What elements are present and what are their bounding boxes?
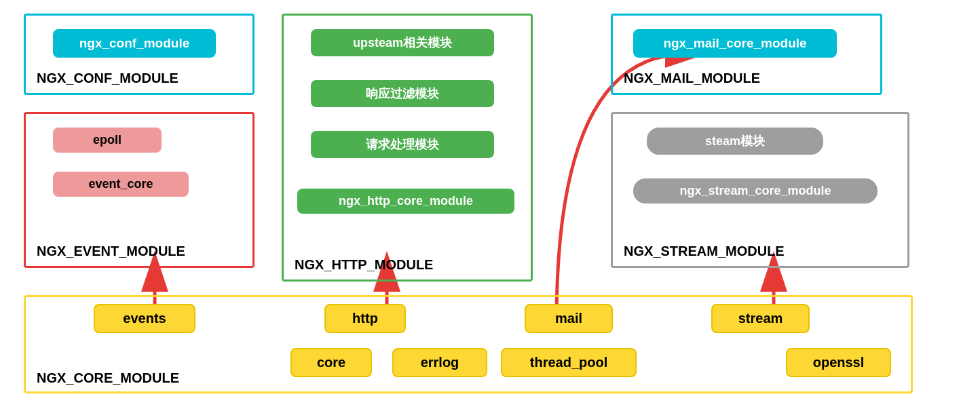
diagram-container: ngx_conf_module NGX_CONF_MODULE epoll ev… xyxy=(0,0,980,405)
errlog-component: errlog xyxy=(392,348,487,377)
request-component: 请求处理模块 xyxy=(311,131,494,158)
stream-core-component: ngx_stream_core_module xyxy=(633,178,878,204)
core-component: core xyxy=(290,348,372,377)
mail-module-label: NGX_MAIL_MODULE xyxy=(624,71,760,86)
core-module-box: events http core errlog mail thread_pool… xyxy=(24,295,913,393)
mail-core-component: ngx_mail_core_module xyxy=(633,29,837,58)
openssl-component: openssl xyxy=(786,348,891,377)
http-component: http xyxy=(324,304,406,333)
mail-component: mail xyxy=(525,304,613,333)
event-core-component: event_core xyxy=(53,172,189,197)
conf-module-label: NGX_CONF_MODULE xyxy=(37,71,178,86)
stream-module-box: steam模块 ngx_stream_core_module NGX_STREA… xyxy=(611,112,909,268)
conf-component: ngx_conf_module xyxy=(53,29,216,58)
events-component: events xyxy=(94,304,195,333)
steam-component: steam模块 xyxy=(647,128,823,155)
epoll-component: epoll xyxy=(53,128,162,153)
stream-module-label: NGX_STREAM_MODULE xyxy=(624,244,785,259)
upstream-component: upsteam相关模块 xyxy=(311,29,494,56)
http-module-box: upsteam相关模块 响应过滤模块 请求处理模块 ngx_http_core_… xyxy=(282,14,533,282)
stream-component: stream xyxy=(711,304,810,333)
http-core-component: ngx_http_core_module xyxy=(297,189,514,214)
conf-module-box: ngx_conf_module NGX_CONF_MODULE xyxy=(24,14,255,95)
http-module-label: NGX_HTTP_MODULE xyxy=(295,257,433,273)
core-module-label: NGX_CORE_MODULE xyxy=(37,370,179,386)
mail-module-box: ngx_mail_core_module NGX_MAIL_MODULE xyxy=(611,14,882,95)
event-module-label: NGX_EVENT_MODULE xyxy=(37,244,185,259)
event-module-box: epoll event_core NGX_EVENT_MODULE xyxy=(24,112,255,268)
filter-component: 响应过滤模块 xyxy=(311,80,494,107)
thread-pool-component: thread_pool xyxy=(501,348,637,377)
